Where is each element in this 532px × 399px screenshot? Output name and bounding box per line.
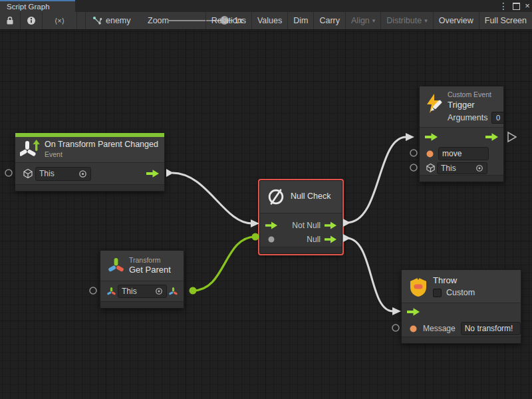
graph-name: enemy <box>106 16 131 25</box>
throw-error-icon <box>407 276 430 297</box>
distribute-dropdown[interactable]: Distribute ▾ <box>380 12 432 29</box>
node-footer <box>100 301 184 308</box>
node-footer <box>420 175 503 182</box>
flow-output-arrow-icon[interactable] <box>485 133 498 141</box>
object-picker-icon[interactable] <box>475 164 483 172</box>
target-dropdown[interactable]: This <box>35 167 91 181</box>
node-title: Throw <box>433 275 475 286</box>
lock-button[interactable] <box>0 12 21 29</box>
flow-output-arrow-icon[interactable] <box>325 221 336 229</box>
flow-input-arrow-icon[interactable] <box>407 308 420 316</box>
node-category: Transform <box>129 256 171 265</box>
lock-icon <box>5 16 15 25</box>
distribute-label: Distribute <box>386 16 422 25</box>
gameobject-cube-icon <box>21 168 35 179</box>
node-title: Get Parent <box>129 265 171 275</box>
inspect-button[interactable] <box>21 12 43 29</box>
unity-script-graph-window: { "titlebar": { "tab_label": "Script Gra… <box>0 0 532 399</box>
graph-icon <box>92 16 102 26</box>
tab-script-graph[interactable]: Script Graph <box>0 0 75 12</box>
chevron-down-icon: ▾ <box>424 17 428 24</box>
info-icon <box>27 16 36 25</box>
node-footer <box>260 247 342 253</box>
relations-button[interactable]: Relations <box>205 12 251 29</box>
node-title: Null Check <box>291 192 331 202</box>
tab-label: Script Graph <box>7 3 50 11</box>
target-value: This <box>441 164 475 173</box>
arguments-label: Arguments <box>448 113 487 122</box>
object-picker-icon[interactable] <box>78 170 87 178</box>
transform-icon <box>106 257 126 275</box>
align-dropdown[interactable]: Align ▾ <box>345 12 380 29</box>
flow-output-arrow-icon[interactable] <box>146 170 159 178</box>
graph-toolbar: ⟨×⟩ enemy Zoom 1x Relations Values Dim C… <box>0 12 532 30</box>
arguments-count-field[interactable]: 0 <box>491 112 504 124</box>
node-get-parent[interactable]: Transform Get Parent This <box>100 250 184 309</box>
flow-input-arrow-icon[interactable] <box>425 133 438 141</box>
values-button[interactable]: Values <box>251 12 287 29</box>
align-label: Align <box>351 16 370 25</box>
target-dropdown[interactable]: This <box>118 285 167 298</box>
not-null-port-label: Not Null <box>292 221 321 230</box>
value-input-port-dot[interactable] <box>268 236 275 243</box>
overview-button[interactable]: Overview <box>433 12 479 29</box>
values-label: Values <box>257 16 282 25</box>
fullscreen-label: Full Screen <box>485 16 527 25</box>
transform-output-port-icon[interactable] <box>168 287 178 297</box>
null-check-icon <box>265 188 287 206</box>
node-footer <box>15 184 164 191</box>
carry-label: Carry <box>319 16 340 25</box>
custom-checkbox[interactable] <box>433 289 442 297</box>
event-name-input[interactable] <box>438 147 489 160</box>
chevron-down-icon: ▾ <box>372 17 376 24</box>
node-footer <box>402 336 521 343</box>
custom-checkbox-label: Custom <box>446 288 475 297</box>
message-label: Message <box>423 324 456 333</box>
object-picker-icon[interactable] <box>155 287 163 295</box>
flow-output-arrow-icon[interactable] <box>325 235 336 243</box>
target-value: This <box>122 287 155 296</box>
node-null-check[interactable]: Null Check Not Null Null <box>259 180 342 254</box>
message-port-dot[interactable] <box>410 325 417 332</box>
null-port-label: Null <box>307 235 321 244</box>
gameobject-cube-icon <box>424 163 437 173</box>
carry-button[interactable]: Carry <box>313 12 345 29</box>
target-dropdown[interactable]: This <box>437 162 487 174</box>
transform-port-icon[interactable] <box>104 287 118 297</box>
close-icon[interactable]: × <box>523 1 532 11</box>
title-bar: Script Graph ⋮ × <box>0 0 532 12</box>
fullscreen-button[interactable]: Full Screen <box>479 12 532 29</box>
target-value: This <box>39 169 78 178</box>
dim-label: Dim <box>293 16 308 25</box>
edit-code-button[interactable]: ⟨×⟩ <box>43 12 77 29</box>
relations-label: Relations <box>211 16 246 25</box>
code-icon: ⟨×⟩ <box>55 17 65 25</box>
node-throw[interactable]: Throw Custom Message <box>401 269 521 344</box>
node-on-transform-parent-changed[interactable]: On Transform Parent Changed Event This <box>15 132 165 192</box>
window-menu-icon[interactable]: ⋮ <box>499 1 508 11</box>
message-input[interactable] <box>461 322 521 335</box>
node-subtitle: Event <box>45 150 158 160</box>
flow-input-arrow-icon[interactable] <box>265 221 277 229</box>
node-title: Trigger <box>448 100 504 110</box>
node-title: On Transform Parent Changed <box>45 140 158 150</box>
node-trigger-custom-event[interactable]: Custom Event Trigger Arguments 0 <box>419 86 504 182</box>
overview-label: Overview <box>439 16 473 25</box>
string-port-dot[interactable] <box>426 150 434 158</box>
dim-button[interactable]: Dim <box>287 12 313 29</box>
transform-event-icon <box>19 139 42 160</box>
custom-event-icon <box>424 93 445 114</box>
zoom-label: Zoom <box>148 16 169 25</box>
maximize-icon[interactable] <box>513 3 520 10</box>
graph-reference[interactable]: enemy <box>85 12 131 29</box>
node-category: Custom Event <box>448 90 504 100</box>
